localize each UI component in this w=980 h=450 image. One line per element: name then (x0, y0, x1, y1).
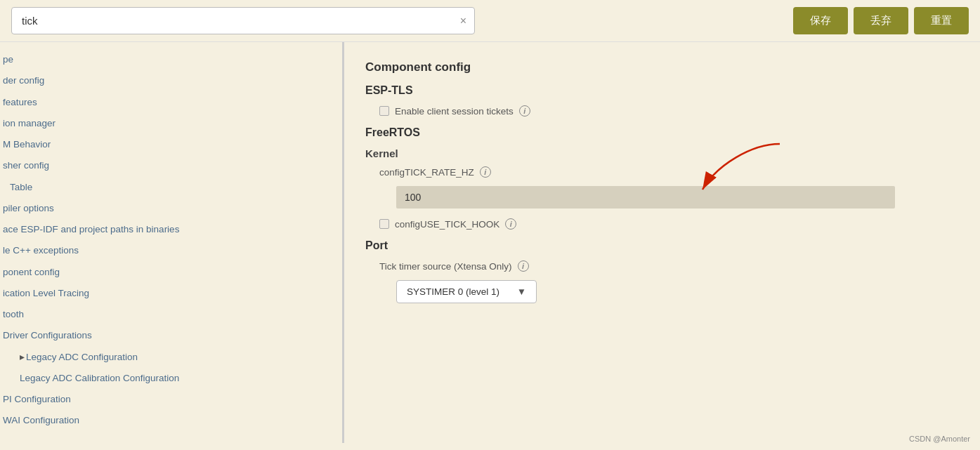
tick-timer-source-info-icon[interactable]: i (518, 260, 529, 272)
section-component-config: Component config (365, 60, 959, 74)
sidebar-arrow-icon: ▸ (20, 350, 25, 364)
configtick-rate-hz-info-icon[interactable]: i (480, 166, 491, 178)
sidebar-item-label: PI Configuration (3, 394, 71, 404)
search-container: × (11, 7, 475, 34)
sidebar-item-15[interactable]: Legacy ADC Calibration Configuration (0, 368, 342, 389)
configtick-rate-hz-input[interactable] (396, 186, 895, 209)
sidebar-item-label: Legacy ADC Calibration Configuration (20, 373, 179, 383)
sidebar-item-label: pe (3, 54, 13, 65)
configuse-tick-hook-row: configUSE_TICK_HOOK i (365, 218, 959, 230)
sidebar-item-14[interactable]: ▸ Legacy ADC Configuration (0, 347, 342, 368)
sidebar-item-8[interactable]: ace ESP-IDF and project paths in binarie… (0, 219, 342, 240)
configtick-rate-hz-input-row (365, 186, 959, 209)
sidebar-item-6[interactable]: Table (0, 177, 342, 198)
sidebar-item-label: piler options (3, 203, 54, 213)
save-button[interactable]: 保存 (793, 7, 848, 34)
configuse-tick-hook-checkbox[interactable] (379, 219, 389, 229)
sidebar-item-label: Legacy ADC Configuration (26, 352, 138, 362)
tick-timer-source-row: Tick timer source (Xtensa Only) i (365, 260, 959, 272)
search-input[interactable] (11, 7, 475, 34)
esp-tls-session-tickets-row: Enable client session tickets i (365, 105, 959, 117)
main-layout: peder configfeaturesion managerM Behavio… (0, 42, 980, 443)
esp-tls-session-tickets-info-icon[interactable]: i (519, 105, 530, 117)
configtick-rate-hz-row: configTICK_RATE_HZ i (365, 166, 959, 178)
sidebar-item-11[interactable]: ication Level Tracing (0, 283, 342, 304)
sidebar-item-0[interactable]: pe (0, 49, 342, 70)
sidebar-item-9[interactable]: le C++ exceptions (0, 240, 342, 261)
select-arrow-icon: ▼ (517, 286, 526, 297)
sidebar-item-label: M Behavior (3, 139, 51, 150)
sidebar-item-label: ion manager (3, 118, 55, 128)
sidebar-item-label: ace ESP-IDF and project paths in binarie… (3, 224, 179, 234)
sidebar-item-label: features (3, 97, 37, 107)
content-area: Component config ESP-TLS Enable client s… (344, 42, 980, 443)
reset-button[interactable]: 重置 (914, 7, 969, 34)
sidebar-item-1[interactable]: der config (0, 70, 342, 91)
sidebar-item-4[interactable]: M Behavior (0, 134, 342, 155)
configtick-rate-hz-label: configTICK_RATE_HZ (379, 167, 474, 178)
section-kernel: Kernel (365, 147, 959, 159)
tick-timer-select-row: SYSTIMER 0 (level 1) ▼ (365, 280, 959, 303)
sidebar-item-label: sher config (3, 160, 49, 171)
sidebar-item-label: le C++ exceptions (3, 245, 79, 256)
search-clear-button[interactable]: × (460, 15, 466, 27)
esp-tls-session-tickets-label: Enable client session tickets (395, 106, 514, 117)
toolbar-buttons: 保存 丢弃 重置 (793, 7, 969, 34)
configuse-tick-hook-label: configUSE_TICK_HOOK (395, 219, 499, 230)
section-esp-tls: ESP-TLS (365, 84, 959, 97)
sidebar-item-label: ponent config (3, 267, 60, 277)
top-bar: × 保存 丢弃 重置 (0, 0, 980, 42)
section-port: Port (365, 239, 959, 252)
sidebar-item-5[interactable]: sher config (0, 155, 342, 176)
sidebar-item-label: tooth (3, 309, 24, 319)
sidebar-item-10[interactable]: ponent config (0, 262, 342, 283)
sidebar-item-12[interactable]: tooth (0, 304, 342, 325)
tick-timer-select[interactable]: SYSTIMER 0 (level 1) ▼ (396, 280, 537, 303)
tick-timer-source-label: Tick timer source (Xtensa Only) (379, 261, 512, 272)
sidebar-item-2[interactable]: features (0, 92, 342, 113)
section-freertos: FreeRTOS (365, 126, 959, 139)
sidebar-item-label: Table (10, 182, 32, 192)
tick-timer-select-value: SYSTIMER 0 (level 1) (407, 286, 499, 297)
sidebar-item-label: WAI Configuration (3, 415, 79, 425)
configuse-tick-hook-info-icon[interactable]: i (505, 218, 516, 230)
sidebar: peder configfeaturesion managerM Behavio… (0, 42, 344, 443)
sidebar-item-17[interactable]: WAI Configuration (0, 410, 342, 431)
esp-tls-session-tickets-checkbox[interactable] (379, 106, 389, 116)
discard-button[interactable]: 丢弃 (854, 7, 908, 34)
sidebar-item-7[interactable]: piler options (0, 198, 342, 219)
sidebar-item-13[interactable]: Driver Configurations (0, 325, 342, 346)
sidebar-item-16[interactable]: PI Configuration (0, 389, 342, 410)
sidebar-item-label: der config (3, 75, 44, 86)
sidebar-item-label: ication Level Tracing (3, 288, 89, 298)
sidebar-item-label: Driver Configurations (3, 330, 92, 340)
sidebar-item-3[interactable]: ion manager (0, 113, 342, 134)
